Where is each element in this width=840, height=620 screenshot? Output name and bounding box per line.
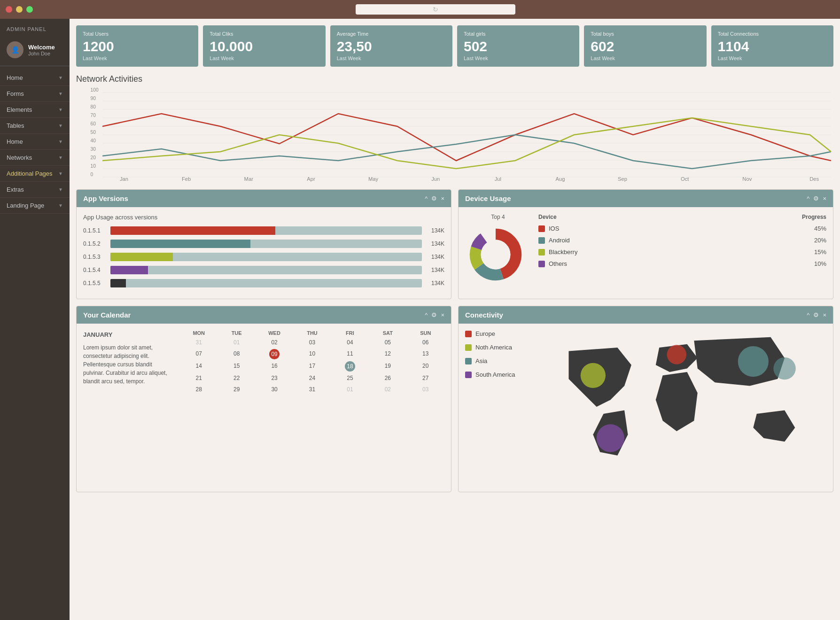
day-cell[interactable]: 07 [180,349,218,359]
svg-text:40: 40 [91,138,96,143]
minimize-btn[interactable] [16,6,23,13]
network-chart: 100 90 80 70 60 50 40 30 20 10 0 [76,88,833,182]
day-cell[interactable]: 26 [369,373,406,383]
connectivity-header: Conectivity ^ ⚙ × [459,306,833,324]
day-cell[interactable]: 31 [293,385,331,394]
main-content: Total Users 1200 Last Week Total Cliks 1… [70,19,840,620]
stat-card-users: Total Users 1200 Last Week [76,25,198,67]
sidebar-item-forms[interactable]: Forms ▼ [0,86,70,102]
day-cell[interactable]: 13 [407,349,444,359]
day-cell[interactable]: 03 [407,385,444,394]
collapse-icon[interactable]: ^ [425,195,428,202]
day-cell-highlighted[interactable]: 09 [269,349,280,359]
bar-fill [110,279,126,287]
maximize-btn[interactable] [26,6,33,13]
day-cell[interactable]: 19 [369,361,406,372]
day-cell[interactable]: 21 [180,373,218,383]
widget-controls: ^ ⚙ × [807,195,826,202]
android-dot [538,237,545,244]
settings-icon[interactable]: ⚙ [813,195,819,202]
day-cell[interactable]: 01 [331,385,369,394]
day-cell[interactable]: 16 [256,361,293,372]
day-cell[interactable]: 29 [218,385,255,394]
day-cell[interactable]: 24 [293,373,331,383]
day-cell-today[interactable]: 18 [345,361,355,372]
sidebar-item-home[interactable]: Home ▼ [0,70,70,86]
sidebar-item-elements[interactable]: Elements ▼ [0,102,70,118]
svg-text:Mar: Mar [244,176,254,182]
day-cell[interactable]: 28 [180,385,218,394]
svg-point-39 [667,345,687,364]
user-name: John Doe [28,51,55,56]
sidebar-item-networks[interactable]: Networks ▼ [0,150,70,166]
collapse-icon[interactable]: ^ [807,311,809,318]
collapse-icon[interactable]: ^ [425,311,428,318]
day-cell[interactable]: 14 [180,361,218,372]
day-cell[interactable]: 05 [369,338,406,347]
svg-text:Oct: Oct [681,176,689,182]
connectivity-body: Europe Noth America Asia [459,324,833,492]
svg-text:Aug: Aug [555,176,565,182]
close-icon[interactable]: × [823,311,826,318]
sidebar-item-tables[interactable]: Tables ▼ [0,118,70,134]
day-cell[interactable]: 17 [293,361,331,372]
svg-text:90: 90 [91,96,96,101]
settings-icon[interactable]: ⚙ [431,311,437,318]
day-cell[interactable]: 06 [407,338,444,347]
stat-card-time: Average Time 23,50 Last Week [330,25,452,67]
settings-icon[interactable]: ⚙ [431,195,437,202]
bar-track [110,226,422,235]
svg-text:Nov: Nov [742,176,752,182]
day-cell[interactable]: 01 [218,338,255,347]
close-icon[interactable]: × [441,311,444,318]
sidebar-item-landing[interactable]: Landing Page ▼ [0,198,70,214]
day-cell[interactable]: 31 [180,338,218,347]
close-icon[interactable]: × [441,195,444,202]
north-america-dot [465,344,472,351]
svg-text:May: May [368,176,379,182]
legend-row-others: Others 10% [538,260,826,267]
day-cell[interactable]: 27 [407,373,444,383]
svg-text:20: 20 [91,155,96,160]
sidebar-item-extras[interactable]: Extras ▼ [0,182,70,198]
conn-asia: Asia [465,357,540,364]
chevron-icon: ▼ [58,187,63,192]
chevron-icon: ▼ [58,203,63,208]
legend-row-blackberry: Blackberry 15% [538,248,826,256]
bar-fill [110,253,173,261]
line-chart-svg: 100 90 80 70 60 50 40 30 20 10 0 [76,88,833,182]
sidebar-item-home2[interactable]: Home ▼ [0,134,70,150]
day-cell[interactable]: 15 [218,361,255,372]
day-cell[interactable]: 10 [293,349,331,359]
bar-track [110,266,422,274]
close-icon[interactable]: × [823,195,826,202]
day-cell[interactable]: 30 [256,385,293,394]
day-cell[interactable]: 23 [256,373,293,383]
collapse-icon[interactable]: ^ [807,195,809,202]
calendar-days: 31 01 02 03 04 05 06 07 08 09 10 [180,338,444,394]
chevron-icon: ▼ [58,139,63,144]
day-cell[interactable]: 22 [218,373,255,383]
close-btn[interactable] [6,6,12,13]
calendar-month: JANUARY [83,330,172,340]
day-cell[interactable]: 12 [369,349,406,359]
day-cell[interactable]: 11 [331,349,369,359]
day-cell[interactable]: 20 [407,361,444,372]
svg-text:Jun: Jun [431,176,440,182]
settings-icon[interactable]: ⚙ [813,311,819,318]
day-cell[interactable]: 02 [256,338,293,347]
svg-text:Sep: Sep [618,176,627,182]
sidebar-item-additional-pages[interactable]: Additional Pages ▼ [0,166,70,182]
welcome-text: Welcome [28,44,55,51]
svg-text:10: 10 [91,163,96,169]
calendar-grid: MON TUE WED THU FRI SAT SUN 31 01 [180,330,444,394]
day-cell[interactable]: 04 [331,338,369,347]
bar-track [110,279,422,287]
legend-row-ios: IOS 45% [538,225,826,232]
day-cell[interactable]: 02 [369,385,406,394]
bar-row-0154: 0.1.5.4 134K [83,266,444,274]
day-cell[interactable]: 25 [331,373,369,383]
svg-text:Jan: Jan [120,176,128,182]
day-cell[interactable]: 08 [218,349,255,359]
day-cell[interactable]: 03 [293,338,331,347]
